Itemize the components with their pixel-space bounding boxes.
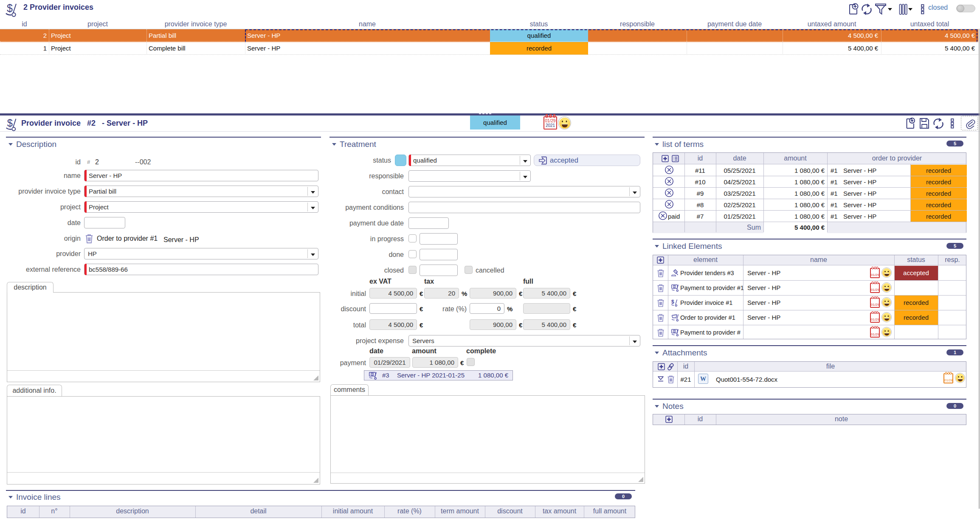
svg-text:$: $ (7, 118, 13, 129)
svg-text:$: $ (7, 2, 13, 14)
